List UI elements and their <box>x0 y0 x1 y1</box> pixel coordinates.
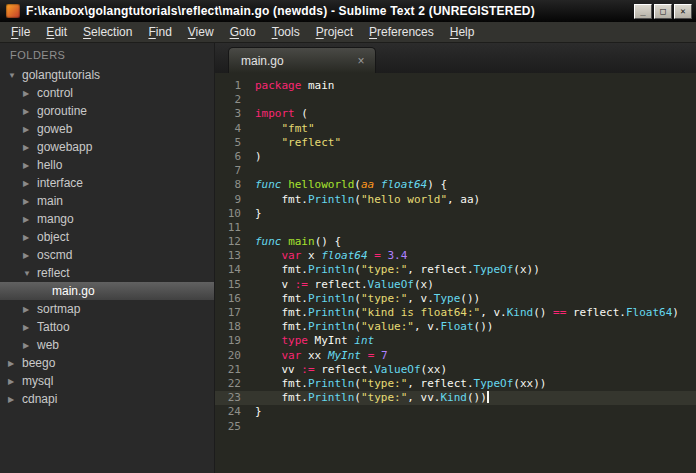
code-line[interactable]: 24} <box>215 405 696 419</box>
code-line[interactable]: 22 fmt.Println("type:", reflect.TypeOf(x… <box>215 377 696 391</box>
code-line[interactable]: 5 "reflect" <box>215 136 696 150</box>
tree-folder-cdnapi[interactable]: ▶cdnapi <box>0 390 214 408</box>
code-line[interactable]: 21 vv := reflect.ValueOf(xx) <box>215 363 696 377</box>
code-line[interactable]: 16 fmt.Println("type:", v.Type()) <box>215 292 696 306</box>
code-line[interactable]: 1package main <box>215 79 696 93</box>
tree-item-label: mysql <box>22 374 53 388</box>
code-line[interactable]: 2 <box>215 93 696 107</box>
line-number: 16 <box>215 292 255 306</box>
code-line[interactable]: 6) <box>215 150 696 164</box>
line-number: 11 <box>215 221 255 235</box>
tree-item-label: cdnapi <box>22 392 57 406</box>
tree-folder-mango[interactable]: ▶mango <box>0 210 214 228</box>
code-line[interactable]: 11 <box>215 221 696 235</box>
chevron-down-icon[interactable]: ▼ <box>23 269 37 278</box>
code-line[interactable]: 9 fmt.Println("hello world", aa) <box>215 193 696 207</box>
code-line[interactable]: 10} <box>215 207 696 221</box>
window-controls: _ □ ✕ <box>634 4 692 19</box>
chevron-right-icon[interactable]: ▶ <box>8 359 22 368</box>
tree-folder-mysql[interactable]: ▶mysql <box>0 372 214 390</box>
chevron-down-icon[interactable]: ▼ <box>8 71 22 80</box>
chevron-right-icon[interactable]: ▶ <box>8 395 22 404</box>
code-text: func main() { <box>255 235 341 249</box>
chevron-right-icon[interactable]: ▶ <box>8 377 22 386</box>
tree-folder-sortmap[interactable]: ▶sortmap <box>0 300 214 318</box>
chevron-right-icon[interactable]: ▶ <box>23 197 37 206</box>
code-line[interactable]: 25 <box>215 420 696 434</box>
code-text: fmt.Println("type:", reflect.TypeOf(xx)) <box>255 377 546 391</box>
chevron-right-icon[interactable]: ▶ <box>23 233 37 242</box>
tree-folder-golangtutorials[interactable]: ▼golangtutorials <box>0 66 214 84</box>
chevron-right-icon[interactable]: ▶ <box>23 323 37 332</box>
menu-selection[interactable]: Selection <box>75 23 140 41</box>
menu-view[interactable]: View <box>180 23 222 41</box>
code-area[interactable]: 1package main23import (4 "fmt"5 "reflect… <box>215 73 696 473</box>
code-text: vv := reflect.ValueOf(xx) <box>255 363 447 377</box>
menu-edit[interactable]: Edit <box>38 23 75 41</box>
chevron-right-icon[interactable]: ▶ <box>23 143 37 152</box>
chevron-right-icon[interactable]: ▶ <box>23 215 37 224</box>
code-line[interactable]: 20 var xx MyInt = 7 <box>215 349 696 363</box>
code-line[interactable]: 13 var x float64 = 3.4 <box>215 249 696 263</box>
chevron-right-icon[interactable]: ▶ <box>23 107 37 116</box>
chevron-right-icon[interactable]: ▶ <box>23 251 37 260</box>
code-line[interactable]: 4 "fmt" <box>215 122 696 136</box>
menu-find[interactable]: Find <box>140 23 179 41</box>
tab-close-icon[interactable]: × <box>354 54 368 68</box>
menu-help[interactable]: Help <box>442 23 483 41</box>
tree-item-label: control <box>37 86 73 100</box>
chevron-right-icon[interactable]: ▶ <box>23 161 37 170</box>
tree-folder-control[interactable]: ▶control <box>0 84 214 102</box>
tree-folder-tattoo[interactable]: ▶Tattoo <box>0 318 214 336</box>
tree-folder-reflect[interactable]: ▼reflect <box>0 264 214 282</box>
tree-item-label: mango <box>37 212 74 226</box>
folder-tree: ▼golangtutorials▶control▶goroutine▶goweb… <box>0 66 214 408</box>
line-number: 9 <box>215 193 255 207</box>
tree-item-label: oscmd <box>37 248 72 262</box>
tree-folder-hello[interactable]: ▶hello <box>0 156 214 174</box>
tree-folder-goroutine[interactable]: ▶goroutine <box>0 102 214 120</box>
code-line[interactable]: 17 fmt.Println("kind is float64:", v.Kin… <box>215 306 696 320</box>
code-line[interactable]: 14 fmt.Println("type:", reflect.TypeOf(x… <box>215 263 696 277</box>
code-line[interactable]: 18 fmt.Println("value:", v.Float()) <box>215 320 696 334</box>
menu-tools[interactable]: Tools <box>264 23 308 41</box>
close-button[interactable]: ✕ <box>674 4 692 19</box>
tree-folder-gowebapp[interactable]: ▶gowebapp <box>0 138 214 156</box>
tab-bar: main.go × <box>215 43 696 73</box>
menu-preferences[interactable]: Preferences <box>361 23 442 41</box>
tree-folder-web[interactable]: ▶web <box>0 336 214 354</box>
code-lines: 1package main23import (4 "fmt"5 "reflect… <box>215 79 696 434</box>
tab-main-go[interactable]: main.go × <box>228 47 376 73</box>
menu-goto[interactable]: Goto <box>222 23 264 41</box>
tree-folder-main[interactable]: ▶main <box>0 192 214 210</box>
code-line[interactable]: 8func helloworld(aa float64) { <box>215 178 696 192</box>
code-text: package main <box>255 79 334 93</box>
menu-file[interactable]: File <box>3 23 38 41</box>
chevron-right-icon[interactable]: ▶ <box>23 179 37 188</box>
chevron-right-icon[interactable]: ▶ <box>23 341 37 350</box>
code-line[interactable]: 7 <box>215 164 696 178</box>
tree-item-label: main <box>37 194 63 208</box>
tree-file-main.go[interactable]: main.go <box>0 282 214 300</box>
tree-folder-oscmd[interactable]: ▶oscmd <box>0 246 214 264</box>
line-number: 6 <box>215 150 255 164</box>
code-line[interactable]: 23 fmt.Println("type:", vv.Kind()) <box>215 391 696 405</box>
tree-folder-interface[interactable]: ▶interface <box>0 174 214 192</box>
window-title: F:\kanbox\golangtutorials\reflect\main.g… <box>26 4 628 18</box>
code-text: var x float64 = 3.4 <box>255 249 407 263</box>
code-line[interactable]: 19 type MyInt int <box>215 334 696 348</box>
minimize-button[interactable]: _ <box>634 4 652 19</box>
code-line[interactable]: 15 v := reflect.ValueOf(x) <box>215 278 696 292</box>
code-line[interactable]: 12func main() { <box>215 235 696 249</box>
maximize-button[interactable]: □ <box>654 4 672 19</box>
tree-item-label: hello <box>37 158 62 172</box>
code-line[interactable]: 3import ( <box>215 107 696 121</box>
chevron-right-icon[interactable]: ▶ <box>23 305 37 314</box>
line-number: 12 <box>215 235 255 249</box>
tree-folder-goweb[interactable]: ▶goweb <box>0 120 214 138</box>
tree-folder-object[interactable]: ▶object <box>0 228 214 246</box>
chevron-right-icon[interactable]: ▶ <box>23 89 37 98</box>
menu-project[interactable]: Project <box>308 23 361 41</box>
tree-folder-beego[interactable]: ▶beego <box>0 354 214 372</box>
chevron-right-icon[interactable]: ▶ <box>23 125 37 134</box>
